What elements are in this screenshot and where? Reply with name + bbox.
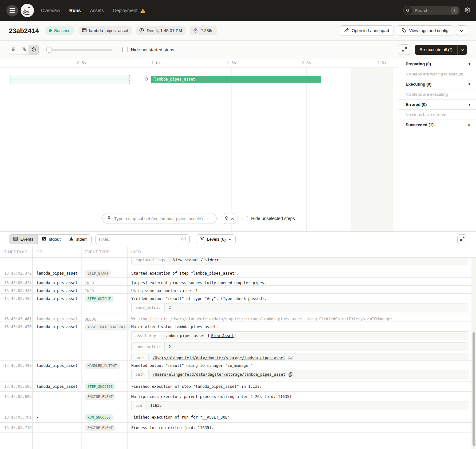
step-subset-input[interactable]: Type a step subset (ex: lambda_pipes_ass… <box>102 213 217 224</box>
search-input[interactable]: Search... / <box>403 6 460 15</box>
event-row: 13:45:03.470lambda_pipes_assetASSET_MATE… <box>0 322 476 361</box>
metadata-value: View stdout / stderr <box>169 258 468 264</box>
event-type-cell: INFO <box>82 286 128 293</box>
copy-icon[interactable] <box>289 372 292 377</box>
event-info: captured_logsView stdout / stderr <box>128 258 476 268</box>
gantt-view-mode-group <box>9 45 39 55</box>
reexecute-all-button[interactable]: Re-execute all (*) <box>415 45 457 55</box>
event-op: lambda_pipes_asset <box>33 314 82 322</box>
dagster-logo[interactable] <box>21 4 34 17</box>
event-op: lambda_pipes_asset <box>33 381 82 391</box>
event-info: Yielded output "result" of type "Any". (… <box>128 294 476 314</box>
metadata-key: captured_logs <box>132 258 169 264</box>
expand-icon <box>460 237 465 242</box>
view-tags-config-button[interactable]: View tags and config <box>397 25 453 36</box>
tab-events[interactable]: Events <box>9 234 38 244</box>
settings-button[interactable] <box>465 7 470 14</box>
gridline <box>306 68 307 231</box>
copy-icon[interactable] <box>289 356 292 360</box>
event-timestamp: 13:45:03.696 <box>0 392 33 412</box>
sidebar-section-errored[interactable]: Errored (0)▾ <box>398 100 476 110</box>
caret-right-icon: ▸ <box>468 123 470 127</box>
nav-links: OverviewRunsAssetsDeployment <box>41 8 146 13</box>
gantt-toolbar: Hide not started steps Re-execute all (*… <box>0 41 476 59</box>
column-header-info: INFO <box>128 246 476 257</box>
metadata-link[interactable]: /Users/alangenfeld/data/dagster/storage/… <box>153 356 285 360</box>
flat-view-button[interactable] <box>9 45 19 55</box>
metadata-value: 2 <box>165 303 468 312</box>
log-filter-input[interactable]: Filter... <box>95 234 190 244</box>
event-message: Materialized value lambda_pipes_asset. <box>131 322 468 329</box>
open-launchpad-button[interactable]: Open in Launchpad <box>340 25 394 36</box>
menu-button[interactable] <box>6 5 18 16</box>
job-tag[interactable]: lambda_pipes_asset <box>79 26 132 35</box>
after-run-shaded-band <box>351 68 393 231</box>
event-timestamp: 13:45:03.470 <box>0 322 33 360</box>
expand-icon <box>402 47 407 53</box>
event-timestamp: 13:45:03.498 <box>0 361 33 381</box>
op-selector-icon <box>107 216 111 222</box>
sidebar-section-caption: No steps are waiting to execute <box>398 69 476 79</box>
slider-knob[interactable] <box>46 47 52 53</box>
events-scrollbar-thumb[interactable] <box>473 332 475 446</box>
event-type-badge: DEBUG <box>85 316 96 322</box>
events-scrollbar[interactable] <box>472 258 476 449</box>
event-timestamp: 13:45:02.372 <box>0 268 33 277</box>
metadata-link[interactable]: /Users/alangenfeld/data/dagster/storage/… <box>153 372 285 377</box>
levels-filter-button[interactable]: Levels (6) <box>196 234 236 244</box>
chevron-down-icon <box>229 237 231 242</box>
clear-filter-icon[interactable] <box>181 237 186 242</box>
column-header-op: OP <box>33 246 82 257</box>
event-message: Yielded output "result" of type "Any". (… <box>131 294 468 301</box>
event-type-badge: ASSET_MATERIALIZAT… <box>85 324 130 330</box>
tag-icon <box>401 28 406 34</box>
log-tabs: Events stdout stderr <box>9 234 92 244</box>
nav-item-runs[interactable]: Runs <box>69 8 81 13</box>
graph-query-toggle-button[interactable] <box>221 213 238 224</box>
sidebar-section-caption: No steps are executing <box>398 89 476 100</box>
event-row: 13:45:03.505lambda_pipes_assetSTEP_SUCCE… <box>0 381 476 392</box>
event-timestamp: 13:45:03.701 <box>0 412 33 422</box>
tab-stderr[interactable]: stderr <box>65 234 92 244</box>
nav-item-deployment[interactable]: Deployment <box>113 8 145 13</box>
chevron-down-icon <box>460 28 463 33</box>
metadata-entry: captured_logsView stdout / stderr <box>131 258 468 264</box>
run-more-actions-button[interactable] <box>456 25 467 36</box>
nav-item-label: Runs <box>69 8 81 13</box>
hide-unselected-checkbox[interactable] <box>243 216 248 221</box>
waterfall-view-button[interactable] <box>19 45 29 55</box>
sidebar-section-title: Preparing (0) <box>406 62 431 66</box>
events-fullscreen-button[interactable] <box>457 234 467 244</box>
sidebar-section-preparing[interactable]: Preparing (0)▾ <box>398 59 476 69</box>
nav-right: Search... / <box>403 6 470 15</box>
caret-down-icon: ▾ <box>468 62 470 66</box>
table-icon <box>13 237 18 242</box>
metadata-link[interactable]: View Asset <box>211 334 234 338</box>
timed-view-button[interactable] <box>29 45 39 55</box>
timeline-tick-label: 1.0s <box>152 61 161 65</box>
gantt-fullscreen-button[interactable] <box>399 44 410 55</box>
sidebar-section-succeeded[interactable]: Succeeded (1)▸ <box>398 120 476 130</box>
tab-stdout[interactable]: stdout <box>37 234 65 244</box>
empty-cell <box>128 433 476 449</box>
gantt-step-bar[interactable]: lambda_pipes_asset <box>151 76 321 83</box>
timeline-tick-label: 2.5s <box>377 61 387 65</box>
event-op: - <box>33 412 82 422</box>
run-id: 23ab2414 <box>9 27 39 35</box>
gantt-panel: 0.5s1.0s1.5s2.0s2.5s lambda_pipes_asset … <box>0 59 476 232</box>
top-nav: OverviewRunsAssetsDeployment Search... / <box>0 0 476 21</box>
duration-tag: 2.286s <box>190 26 217 35</box>
reexecute-options-button[interactable] <box>457 45 467 55</box>
hide-not-started-checkbox[interactable] <box>122 47 128 52</box>
event-type-cell: ENGINE_EVENT <box>82 392 128 412</box>
stopwatch-icon <box>193 28 198 34</box>
nav-item-assets[interactable]: Assets <box>90 8 104 13</box>
status-label: Success <box>54 28 70 33</box>
event-row-empty <box>0 433 476 449</box>
metadata-text: 11635 <box>150 403 162 408</box>
metadata-entry: pid11635 <box>131 401 468 410</box>
sidebar-section-executing[interactable]: Executing (0)▾ <box>398 79 476 89</box>
status-dot-icon <box>49 29 52 32</box>
job-grid-icon <box>82 28 87 33</box>
nav-item-overview[interactable]: Overview <box>41 8 60 13</box>
